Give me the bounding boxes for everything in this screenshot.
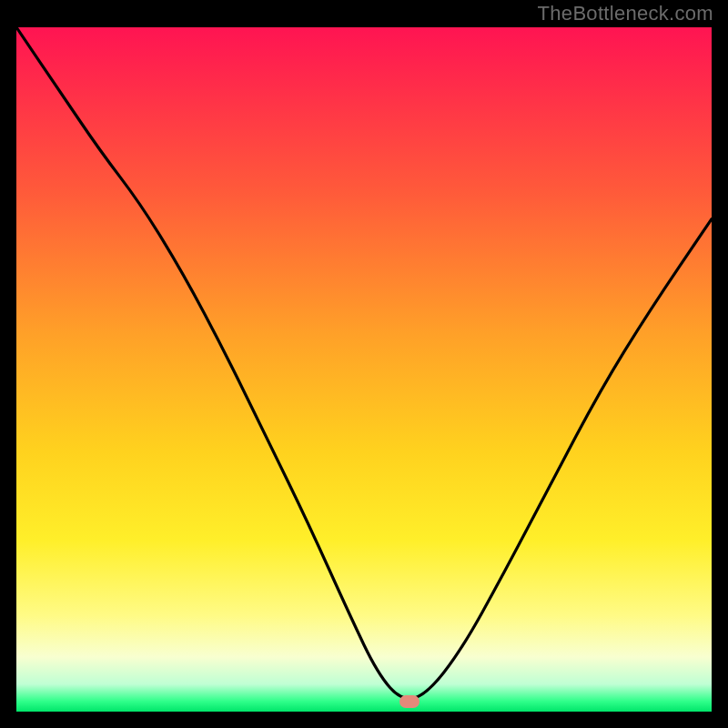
watermark-text: TheBottleneck.com [538,2,713,25]
chart-frame: TheBottleneck.com [0,0,728,728]
gradient-background [16,27,712,712]
plot-area-wrap [16,27,712,712]
